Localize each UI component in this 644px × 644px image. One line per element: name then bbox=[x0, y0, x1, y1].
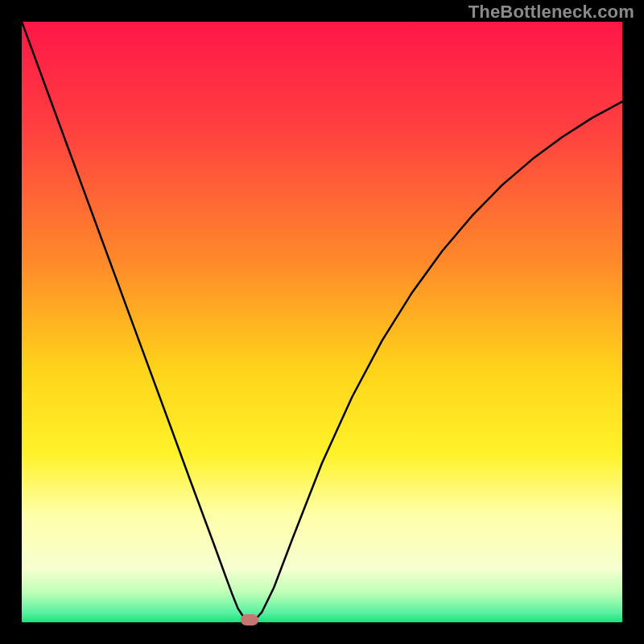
optimum-marker bbox=[241, 614, 258, 625]
watermark-label: TheBottleneck.com bbox=[469, 2, 634, 23]
bottleneck-curve bbox=[22, 22, 622, 622]
plot-area bbox=[22, 22, 622, 622]
curve-layer bbox=[22, 22, 622, 622]
outer-frame: TheBottleneck.com bbox=[0, 0, 644, 644]
